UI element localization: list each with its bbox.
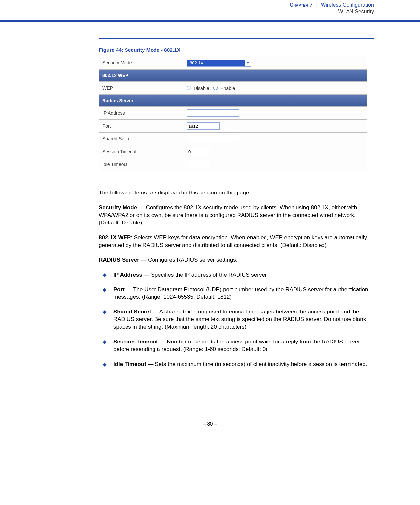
ip-address-label: IP Address bbox=[99, 107, 183, 120]
security-mode-select[interactable]: 802.1X ▾ bbox=[187, 59, 251, 67]
section-label: Wireless Configuration bbox=[321, 2, 374, 8]
secret-body: — A shared text string used to encrypt m… bbox=[113, 309, 366, 330]
wep-paragraph: 802.1X WEP: Selects WEP keys for data en… bbox=[99, 234, 374, 249]
section-radius-server-label: Radius Server bbox=[99, 95, 367, 107]
wep-disable-label: Disable bbox=[194, 86, 209, 91]
security-form-table: Security Mode 802.1X ▾ 802.1x WEP WEP Di… bbox=[99, 56, 367, 171]
port-label: Port bbox=[99, 120, 183, 133]
subsection-label: WLAN Security bbox=[0, 8, 374, 15]
row-session-timeout: Session Timeout bbox=[99, 145, 367, 158]
session-timeout-input[interactable] bbox=[187, 148, 210, 155]
list-item-ip: IP Address — Specifies the IP address of… bbox=[99, 271, 374, 279]
figure-rule bbox=[99, 38, 374, 39]
radius-term: RADIUS Server bbox=[99, 257, 139, 263]
security-mode-value: 802.1X bbox=[187, 60, 245, 66]
port-input[interactable] bbox=[187, 122, 220, 130]
wep-label: WEP bbox=[99, 82, 183, 95]
row-port: Port bbox=[99, 120, 367, 133]
wep-body: : Selects WEP keys for data encryption. … bbox=[99, 234, 367, 248]
list-item-port: Port — The User Datagram Protocol (UDP) … bbox=[99, 286, 374, 301]
chevron-down-icon: ▾ bbox=[245, 61, 251, 65]
row-ip-address: IP Address bbox=[99, 107, 367, 120]
row-security-mode: Security Mode 802.1X ▾ bbox=[99, 56, 367, 70]
list-item-idle: Idle Timeout — Sets the maximum time (in… bbox=[99, 361, 374, 368]
session-timeout-label: Session Timeout bbox=[99, 145, 183, 158]
list-item-session: Session Timeout — Number of seconds the … bbox=[99, 338, 374, 353]
page-header: Chapter 7 | Wireless Configuration WLAN … bbox=[0, 0, 420, 16]
ip-address-input[interactable] bbox=[187, 109, 239, 117]
row-wep: WEP Disable Enable bbox=[99, 82, 367, 95]
wep-enable-label: Enable bbox=[220, 86, 235, 91]
figure-caption: Figure 44: Security Mode - 802.1X bbox=[99, 47, 374, 53]
idle-body: — Sets the maximum time (in seconds) of … bbox=[146, 361, 367, 367]
ip-term: IP Address bbox=[113, 272, 142, 278]
shared-secret-label: Shared Secret bbox=[99, 133, 183, 145]
port-term: Port bbox=[113, 286, 125, 293]
section-radius-server: Radius Server bbox=[99, 95, 367, 107]
secret-term: Shared Secret bbox=[113, 309, 151, 315]
row-idle-timeout: Idle Timeout bbox=[99, 158, 367, 171]
ip-body: — Specifies the IP address of the RADIUS… bbox=[142, 272, 268, 278]
idle-timeout-label: Idle Timeout bbox=[99, 158, 183, 171]
security-mode-body: — Configures the 802.1X security mode us… bbox=[99, 204, 357, 226]
wep-term: 802.1X WEP bbox=[99, 234, 131, 241]
port-body: — The User Datagram Protocol (UDP) port … bbox=[113, 286, 368, 300]
radius-paragraph: RADIUS Server — Configures RADIUS server… bbox=[99, 256, 374, 264]
radius-body: — Configures RADIUS server settings. bbox=[139, 257, 238, 263]
idle-timeout-input[interactable] bbox=[187, 161, 210, 168]
header-separator: | bbox=[316, 2, 317, 8]
wep-disable-radio[interactable] bbox=[187, 86, 191, 90]
radius-options-list: IP Address — Specifies the IP address of… bbox=[99, 271, 374, 368]
list-item-secret: Shared Secret — A shared text string use… bbox=[99, 308, 374, 331]
header-band bbox=[0, 20, 420, 22]
security-mode-term: Security Mode bbox=[99, 204, 137, 211]
row-shared-secret: Shared Secret bbox=[99, 133, 367, 145]
security-mode-label: Security Mode bbox=[99, 56, 183, 70]
chapter-label: Chapter 7 bbox=[290, 2, 313, 8]
section-8021x-wep-label: 802.1x WEP bbox=[99, 70, 367, 82]
wep-enable-radio[interactable] bbox=[213, 86, 218, 90]
security-mode-paragraph: Security Mode — Configures the 802.1X se… bbox=[99, 204, 374, 227]
idle-term: Idle Timeout bbox=[113, 361, 146, 367]
section-8021x-wep: 802.1x WEP bbox=[99, 70, 367, 82]
page-footer: – 80 – bbox=[0, 421, 420, 427]
intro-paragraph: The following items are displayed in thi… bbox=[99, 189, 374, 197]
shared-secret-input[interactable] bbox=[187, 135, 239, 142]
session-term: Session Timeout bbox=[113, 339, 158, 345]
body-text: The following items are displayed in thi… bbox=[99, 189, 374, 368]
